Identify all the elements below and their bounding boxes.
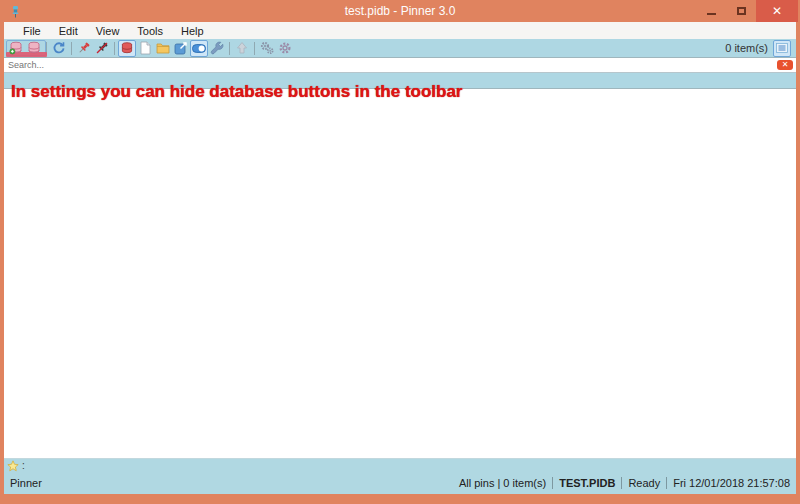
new-file-icon	[138, 41, 152, 55]
database-view-icon	[120, 41, 134, 55]
search-input[interactable]	[4, 59, 777, 72]
toggle-switch-button[interactable]	[190, 40, 208, 57]
pin-list-area[interactable]	[4, 89, 796, 458]
unpin-icon	[95, 41, 109, 55]
pin-button[interactable]	[75, 40, 93, 57]
database-view-button[interactable]	[118, 40, 136, 57]
open-folder-icon	[156, 41, 170, 55]
unpin-button[interactable]	[93, 40, 111, 57]
menu-file[interactable]: File	[14, 24, 50, 38]
export-icon	[174, 41, 188, 55]
toolbar: 0 item(s)	[4, 39, 796, 58]
settings-gear-button[interactable]	[276, 40, 294, 57]
wrench-icon	[210, 41, 224, 55]
database-icon	[27, 41, 41, 55]
new-file-button[interactable]	[136, 40, 154, 57]
status-separator	[552, 477, 553, 489]
up-arrow-icon	[235, 41, 249, 55]
refresh-icon	[52, 41, 66, 55]
export-button[interactable]	[172, 40, 190, 57]
status-separator	[666, 477, 667, 489]
toolbar-separator	[229, 42, 230, 55]
item-count-label: 0 item(s)	[725, 42, 768, 54]
toolbar-separator	[46, 42, 47, 55]
menu-help[interactable]: Help	[172, 24, 213, 38]
tag-bar: :	[4, 458, 796, 472]
pin-icon	[77, 41, 91, 55]
status-db-name: TEST.PIDB	[559, 477, 615, 489]
toolbar-separator	[254, 42, 255, 55]
status-pins-summary: All pins | 0 item(s)	[459, 477, 546, 489]
status-datetime: Fri 12/01/2018 21:57:08	[673, 477, 790, 489]
minimize-button[interactable]	[696, 0, 726, 22]
toolbar-separator	[114, 42, 115, 55]
database-button[interactable]	[25, 40, 43, 57]
upload-button-disabled[interactable]	[233, 40, 251, 57]
add-database-icon	[9, 41, 23, 55]
menu-view[interactable]: View	[87, 24, 129, 38]
menu-bar: File Edit View Tools Help	[4, 22, 796, 39]
status-app-name: Pinner	[10, 477, 42, 489]
list-view-button[interactable]	[773, 40, 791, 57]
star-icon[interactable]	[7, 460, 19, 472]
refresh-button[interactable]	[50, 40, 68, 57]
open-folder-button[interactable]	[154, 40, 172, 57]
app-window: test.pidb - Pinner 3.0 ✕ File Edit View …	[0, 0, 800, 504]
list-header-band	[4, 73, 796, 89]
client-area: File Edit View Tools Help	[4, 22, 796, 494]
settings-gear-icon	[278, 41, 292, 55]
status-bar: Pinner All pins | 0 item(s) TEST.PIDB Re…	[4, 472, 796, 494]
tag-label: :	[22, 460, 25, 471]
menu-edit[interactable]: Edit	[50, 24, 87, 38]
tools-wrench-button[interactable]	[208, 40, 226, 57]
list-view-icon	[775, 41, 789, 55]
plugins-gears-button[interactable]	[258, 40, 276, 57]
status-separator	[621, 477, 622, 489]
status-state: Ready	[628, 477, 660, 489]
window-bottom-border	[0, 494, 800, 504]
search-clear-button[interactable]: ✕	[777, 60, 793, 70]
title-bar: test.pidb - Pinner 3.0 ✕	[0, 0, 800, 22]
gears-icon	[260, 41, 274, 55]
search-bar: ✕	[4, 58, 796, 73]
menu-tools[interactable]: Tools	[128, 24, 172, 38]
add-database-button[interactable]	[7, 40, 25, 57]
close-button[interactable]: ✕	[756, 0, 798, 22]
window-title: test.pidb - Pinner 3.0	[0, 4, 800, 18]
toolbar-separator	[71, 42, 72, 55]
app-pin-icon	[8, 4, 23, 19]
toggle-switch-icon	[192, 44, 206, 53]
maximize-button[interactable]	[726, 0, 756, 22]
